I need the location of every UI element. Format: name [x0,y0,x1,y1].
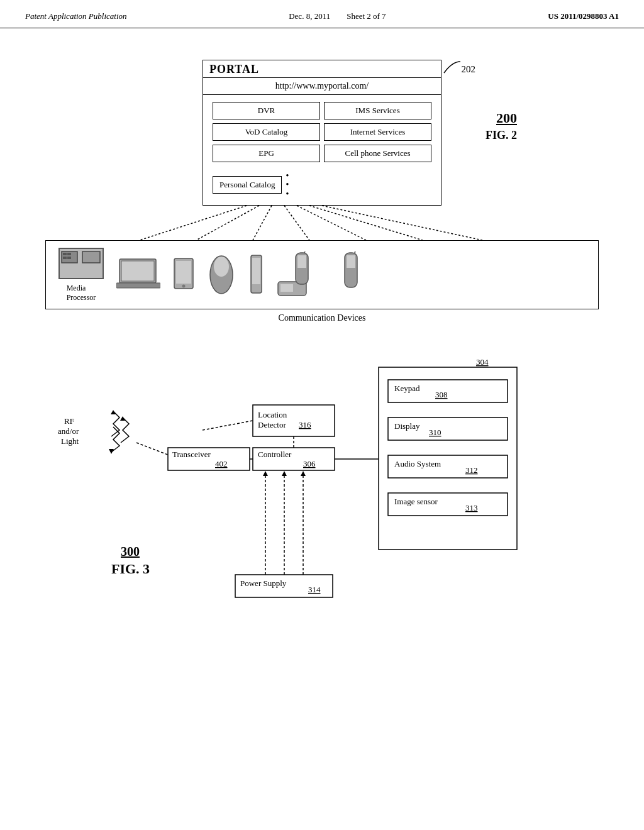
svg-text:300: 300 [121,545,140,558]
svg-text:314: 314 [308,585,321,594]
svg-rect-27 [297,255,306,268]
portal-cell-epg: EPG [213,145,320,162]
fig3-area: Transceiver 402 Location Detector 316 Co… [38,342,606,631]
svg-line-1 [196,206,259,240]
svg-rect-16 [116,283,160,288]
comm-devices-strip: MediaProcessor [45,240,599,309]
svg-text:Image sensor: Image sensor [394,497,438,506]
portal-ref: 202 [443,60,476,78]
portal-label-row: PORTAL 202 [203,60,441,77]
laptop-item [116,258,160,292]
svg-marker-72 [301,471,306,476]
svg-rect-25 [280,284,293,292]
svg-rect-10 [67,253,71,255]
fig3-diagram-svg: Transceiver 402 Location Detector 316 Co… [45,355,599,619]
portal-bottom-row: Personal Catalog ●●● [203,169,441,205]
svg-marker-34 [109,449,114,454]
svg-rect-13 [82,252,100,263]
slim-device-icon [248,255,264,296]
svg-line-3 [284,206,309,240]
svg-rect-12 [67,257,71,259]
comm-devices-section: MediaProcessor [38,240,606,323]
svg-text:Controller: Controller [258,450,292,459]
portal-box: PORTAL 202 http://www.myportal.com/ DVR [203,60,441,206]
svg-text:Location: Location [258,410,287,419]
second-phone-item [340,252,371,299]
header-center: Dec. 8, 2011 Sheet 2 of 7 [289,11,386,21]
fig2-ref-num: 200 [486,110,517,126]
svg-line-0 [140,206,247,240]
portal-cell-cellphone: Cell phone Services [324,145,431,162]
fig2-reference: 200 FIG. 2 [486,110,517,142]
svg-text:FIG. 3: FIG. 3 [111,561,150,577]
svg-text:Audio System: Audio System [394,459,441,468]
svg-line-28 [304,252,307,253]
media-processor-label: MediaProcessor [67,284,96,302]
svg-text:306: 306 [303,459,316,468]
svg-line-6 [322,206,482,240]
portal-ref-arrow [443,60,462,78]
svg-point-19 [182,284,186,287]
cordless-phone-item [277,252,327,299]
sheet-label: Sheet 2 of 7 [347,11,386,21]
tablet-item [173,258,195,292]
svg-text:Detector: Detector [258,420,286,429]
fig3-layout: Transceiver 402 Location Detector 316 Co… [45,355,599,619]
portal-cell-ims: IMS Services [324,102,431,119]
portal-cell-vod: VoD Catalog [213,123,320,141]
mobile-phone-item [208,253,236,297]
portal-url: http://www.myportal.com/ [275,81,369,91]
svg-rect-15 [121,261,154,281]
svg-text:316: 316 [299,420,311,429]
svg-marker-33 [120,416,125,421]
svg-rect-9 [63,253,67,255]
cordless-phone-icon [277,252,327,299]
header-right: US 2011/0298803 A1 [548,11,619,21]
svg-text:402: 402 [215,459,228,468]
portal-cell-dvr: DVR [213,102,320,119]
main-content: PORTAL 202 http://www.myportal.com/ DVR [0,28,644,644]
svg-text:Power Supply: Power Supply [240,578,287,588]
portal-personal-catalog: Personal Catalog [213,176,282,194]
tablet-icon [173,258,195,292]
svg-line-2 [253,206,272,240]
mobile-phone-icon [208,253,236,297]
svg-text:Transceiver: Transceiver [172,450,211,459]
slim-device-item [248,255,264,296]
svg-line-4 [297,206,366,240]
svg-marker-68 [263,471,268,476]
comm-devices-label: Communication Devices [38,313,606,323]
date-label: Dec. 8, 2011 [289,11,330,21]
svg-line-5 [309,206,423,240]
svg-text:310: 310 [429,428,441,437]
svg-text:RF: RF [64,416,74,426]
second-phone-icon [340,252,371,299]
svg-line-31 [355,252,357,253]
svg-rect-18 [176,261,191,284]
svg-point-21 [214,257,229,277]
dotted-connector [133,206,511,240]
portal-ref-num: 202 [462,64,476,75]
laptop-icon [116,258,160,292]
svg-text:304: 304 [476,357,489,367]
svg-rect-30 [347,255,355,268]
fig2-ref-label: FIG. 2 [486,129,517,142]
patent-number: US 2011/0298803 A1 [548,11,619,21]
svg-line-48 [203,421,253,430]
dotted-lines-svg [133,206,511,240]
svg-text:Light: Light [61,436,79,446]
publication-label: Patent Application Publication [25,11,127,21]
svg-rect-11 [63,257,67,259]
portal-title: PORTAL [209,63,259,76]
svg-text:308: 308 [435,390,448,399]
portal-url-row: http://www.myportal.com/ [203,77,441,95]
svg-marker-32 [111,410,116,414]
media-processor-icon [58,248,104,282]
svg-marker-70 [282,471,287,476]
svg-text:Keypad: Keypad [394,384,420,393]
svg-text:Display: Display [394,421,420,431]
page-header: Patent Application Publication Dec. 8, 2… [0,0,644,28]
svg-rect-23 [252,258,260,284]
fig2-area: PORTAL 202 http://www.myportal.com/ DVR [38,60,606,240]
portal-grid: DVR IMS Services VoD Catalog Internet Se… [203,95,441,169]
